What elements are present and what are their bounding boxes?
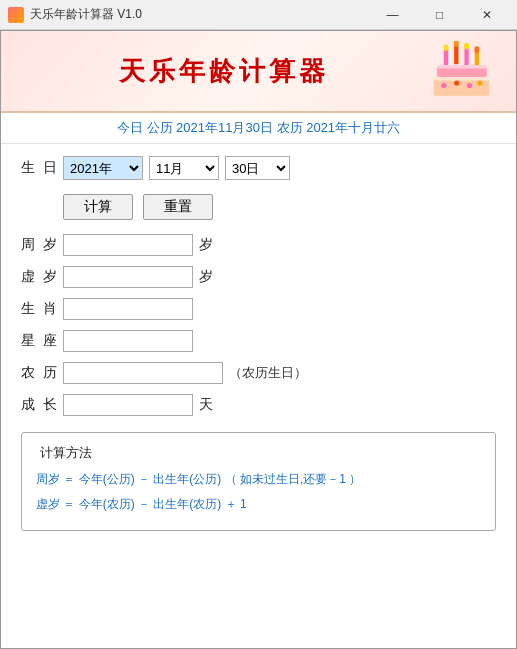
- minimize-button[interactable]: —: [370, 0, 415, 30]
- xingzuo-input[interactable]: [63, 330, 193, 352]
- today-bar: 今日 公历 2021年11月30日 农历 2021年十月廿六: [1, 113, 516, 144]
- svg-rect-3: [475, 51, 479, 65]
- xu-unit: 岁: [199, 268, 213, 286]
- reset-button[interactable]: 重置: [143, 194, 213, 220]
- app-title: 天乐年龄计算器: [21, 54, 426, 89]
- nongli-note: （农历生日）: [229, 364, 307, 382]
- today-text: 今日 公历 2021年11月30日 农历 2021年十月廿六: [117, 120, 400, 135]
- title-bar-controls: — □ ✕: [370, 0, 509, 30]
- zhou-input[interactable]: [63, 234, 193, 256]
- svg-rect-1: [454, 45, 458, 64]
- zhou-row: 周岁 岁: [21, 234, 496, 256]
- calc-button[interactable]: 计算: [63, 194, 133, 220]
- day-select[interactable]: 1日2日3日 4日5日6日 7日8日9日 10日11日12日 13日14日15日…: [225, 156, 290, 180]
- nongli-input[interactable]: [63, 362, 223, 384]
- cake-image: [426, 41, 496, 101]
- nongli-row: 农历 （农历生日）: [21, 362, 496, 384]
- formula2: 虚岁 ＝ 今年(农历) － 出生年(农历) ＋ 1: [36, 495, 481, 514]
- zhou-unit: 岁: [199, 236, 213, 254]
- svg-point-15: [477, 80, 482, 85]
- chengzhang-label: 成长: [21, 396, 57, 414]
- chengzhang-row: 成长 天: [21, 394, 496, 416]
- svg-point-13: [454, 80, 459, 85]
- xu-input[interactable]: [63, 266, 193, 288]
- xu-label: 虚岁: [21, 268, 57, 286]
- svg-rect-0: [444, 50, 448, 65]
- maximize-button[interactable]: □: [417, 0, 462, 30]
- svg-rect-11: [434, 77, 490, 80]
- birthday-label: 生日: [21, 159, 57, 177]
- svg-rect-2: [464, 48, 468, 65]
- xu-row: 虚岁 岁: [21, 266, 496, 288]
- formula1: 周岁 ＝ 今年(公历) － 出生年(公历) （ 如未过生日,还要－1 ）: [36, 470, 481, 489]
- nongli-label: 农历: [21, 364, 57, 382]
- shengxiao-row: 生肖: [21, 298, 496, 320]
- svg-point-7: [474, 46, 479, 53]
- content-area: 生日 2021年 2020年 2019年 2018年 1月2月3月 4月5月6月…: [1, 144, 516, 648]
- year-select[interactable]: 2021年 2020年 2019年 2018年: [63, 156, 143, 180]
- title-bar-text: 天乐年龄计算器 V1.0: [30, 6, 370, 23]
- calc-method-title: 计算方法: [36, 444, 96, 462]
- header-section: 天乐年龄计算器: [1, 31, 516, 113]
- zhou-label: 周岁: [21, 236, 57, 254]
- calc-method-box: 计算方法 周岁 ＝ 今年(公历) － 出生年(公历) （ 如未过生日,还要－1 …: [21, 432, 496, 531]
- app-icon: [8, 7, 24, 23]
- shengxiao-input[interactable]: [63, 298, 193, 320]
- svg-rect-9: [437, 65, 487, 68]
- chengzhang-unit: 天: [199, 396, 213, 414]
- main-window: 天乐年龄计算器 今日 公历 2021年11月30日: [0, 30, 517, 649]
- shengxiao-label: 生肖: [21, 300, 57, 318]
- buttons-row: 计算 重置: [21, 194, 496, 220]
- svg-point-14: [467, 83, 472, 88]
- svg-point-4: [443, 44, 448, 51]
- birthday-row: 生日 2021年 2020年 2019年 2018年 1月2月3月 4月5月6月…: [21, 156, 496, 180]
- xingzuo-label: 星座: [21, 332, 57, 350]
- xingzuo-row: 星座: [21, 330, 496, 352]
- svg-point-12: [441, 83, 446, 88]
- chengzhang-input[interactable]: [63, 394, 193, 416]
- month-select[interactable]: 1月2月3月 4月5月6月 7月8月9月 10月11月12月: [149, 156, 219, 180]
- close-button[interactable]: ✕: [464, 0, 509, 30]
- title-bar: 天乐年龄计算器 V1.0 — □ ✕: [0, 0, 517, 30]
- svg-point-6: [464, 43, 469, 50]
